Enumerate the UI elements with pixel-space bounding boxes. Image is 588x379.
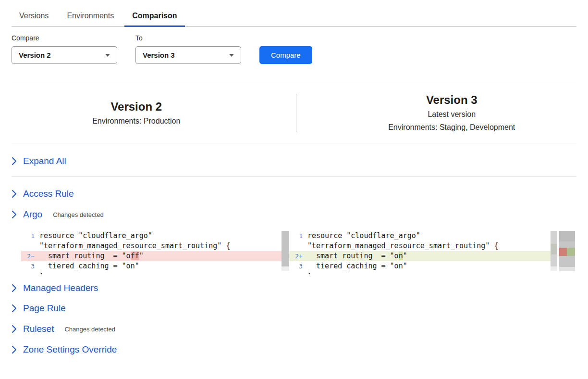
line-number-gutter: 3 <box>21 261 37 271</box>
version-right-header: Version 3 Latest version Environments: S… <box>296 92 577 134</box>
minimap-removed-mark <box>559 248 567 256</box>
version-left-environments: Environments: Production <box>12 114 261 127</box>
diff-line: } <box>21 271 282 274</box>
code-segment: "terraform_managed_resource_smart_routin… <box>39 241 230 250</box>
compare-to-field: To Version 3 <box>135 34 241 64</box>
code-text: smart_routing = "on" <box>306 251 407 261</box>
word-diff-mark: ff <box>131 252 139 260</box>
minimap-footer <box>559 267 575 271</box>
section-label: Ruleset <box>23 324 54 334</box>
line-number-gutter: 1 <box>289 231 306 241</box>
diff-left-pane: 1resource "cloudflare_argo""terraform_ma… <box>21 231 289 274</box>
section-label: Page Rule <box>23 303 66 314</box>
compare-to-label: To <box>135 34 241 42</box>
code-text: smart_routing = "off" <box>37 251 144 261</box>
diff-right-code[interactable]: 1resource "cloudflare_argo""terraform_ma… <box>289 231 551 274</box>
section-zone-settings-override[interactable]: Zone Settings Override <box>12 340 117 360</box>
word-diff-mark: n <box>399 252 403 260</box>
argo-diff: 1resource "cloudflare_argo""terraform_ma… <box>21 231 575 274</box>
tab-comparison[interactable]: Comparison <box>124 6 184 26</box>
compare-button[interactable]: Compare <box>259 46 312 64</box>
section-ruleset[interactable]: RulesetChanges detected <box>12 318 115 340</box>
version-right-latest-label: Latest version <box>327 108 577 121</box>
code-segment: smart_routing = "o <box>307 252 399 260</box>
code-text: resource "cloudflare_argo" <box>306 231 420 241</box>
diff-line: 2+ smart_routing = "on" <box>289 251 551 261</box>
diff-line: 1resource "cloudflare_argo" <box>289 231 551 241</box>
tab-environments[interactable]: Environments <box>59 6 122 26</box>
section-page-rule[interactable]: Page Rule <box>12 298 66 318</box>
tab-versions[interactable]: Versions <box>12 6 56 26</box>
section-argo[interactable]: ArgoChanges detected <box>12 204 104 225</box>
compare-from-label: Compare <box>12 34 117 42</box>
diff-line: 2− smart_routing = "off" <box>21 251 282 261</box>
diff-right-pane: 1resource "cloudflare_argo""terraform_ma… <box>289 231 557 274</box>
diff-line: 3 tiered_caching = "on" <box>289 261 551 271</box>
chevron-right-icon <box>12 284 17 292</box>
expand-all-label: Expand All <box>23 154 66 168</box>
section-managed-headers[interactable]: Managed Headers <box>12 278 98 298</box>
version-headers: Version 2 Environments: Production Versi… <box>12 83 576 143</box>
tab-label: Versions <box>19 12 49 20</box>
compare-from-value: Version 2 <box>19 51 51 59</box>
section-label: Zone Settings Override <box>23 344 117 355</box>
diff-left-code[interactable]: 1resource "cloudflare_argo""terraform_ma… <box>21 231 282 274</box>
expand-all-button[interactable]: Expand All <box>12 154 66 168</box>
chevron-right-icon <box>12 304 17 313</box>
scrollbar-thumb[interactable] <box>282 231 289 266</box>
tab-bar: VersionsEnvironmentsComparison <box>12 6 576 27</box>
line-number-gutter <box>21 271 37 274</box>
chevron-right-icon <box>12 345 17 354</box>
compare-from-field: Compare Version 2 <box>12 34 117 64</box>
diff-line: "terraform_managed_resource_smart_routin… <box>21 241 282 251</box>
compare-from-select[interactable]: Version 2 <box>12 46 117 64</box>
code-text: tiered_caching = "on" <box>306 261 407 271</box>
code-text: tiered_caching = "on" <box>37 261 139 271</box>
compare-form: Compare Version 2 To Version 3 Compare <box>12 34 576 64</box>
chevron-right-icon <box>12 210 17 219</box>
tab-label: Environments <box>67 12 114 20</box>
code-segment: " <box>139 252 144 260</box>
scrollbar-track <box>282 266 289 271</box>
section-label: Managed Headers <box>23 283 98 293</box>
line-number-gutter: 1 <box>21 231 37 241</box>
line-number-gutter: 3 <box>289 261 306 271</box>
active-tab-underline <box>124 25 184 27</box>
scrollbar-track <box>551 266 557 271</box>
code-segment: smart_routing = "o <box>39 252 131 260</box>
line-number-gutter: 2+ <box>289 251 306 261</box>
line-number-gutter: 2− <box>21 251 37 261</box>
sections-bottom: Managed HeadersPage RuleRulesetChanges d… <box>12 278 576 360</box>
diff-minimap[interactable] <box>559 231 575 274</box>
diff-line: 1resource "cloudflare_argo" <box>21 231 282 241</box>
compare-to-select[interactable]: Version 3 <box>135 46 241 64</box>
chevron-right-icon <box>12 190 17 198</box>
sections-list: Access RuleArgoChanges detected 1resourc… <box>12 184 576 360</box>
compare-to-value: Version 3 <box>143 51 175 59</box>
code-segment: tiered_caching = "on" <box>307 262 407 270</box>
dropdown-caret-icon <box>105 54 110 57</box>
code-segment: tiered_caching = "on" <box>39 262 139 270</box>
diff-left-scrollbar[interactable] <box>282 231 289 274</box>
changes-detected-badge: Changes detected <box>64 323 115 335</box>
changes-detected-badge: Changes detected <box>53 209 104 220</box>
minimap-viewport <box>559 231 575 241</box>
diff-line: 3 tiered_caching = "on" <box>21 261 282 271</box>
code-text: } <box>37 271 44 274</box>
scrollbar-thumb[interactable] <box>551 231 557 266</box>
tab-label: Comparison <box>132 12 177 20</box>
chevron-right-icon <box>12 325 17 333</box>
minimap-added-mark <box>567 248 575 256</box>
line-number-gutter <box>21 241 37 251</box>
diff-line: "terraform_managed_resource_smart_routin… <box>289 241 551 251</box>
line-number-gutter <box>289 271 306 274</box>
diff-right-scrollbar[interactable] <box>551 231 557 274</box>
dropdown-caret-icon <box>229 54 234 57</box>
code-segment: " <box>403 252 407 260</box>
version-left-header: Version 2 Environments: Production <box>12 99 296 127</box>
code-text: "terraform_managed_resource_smart_routin… <box>306 241 498 251</box>
section-access-rule[interactable]: Access Rule <box>12 184 74 204</box>
code-segment: resource "cloudflare_argo" <box>39 231 152 240</box>
divider <box>12 177 576 177</box>
section-label: Argo <box>23 209 42 220</box>
